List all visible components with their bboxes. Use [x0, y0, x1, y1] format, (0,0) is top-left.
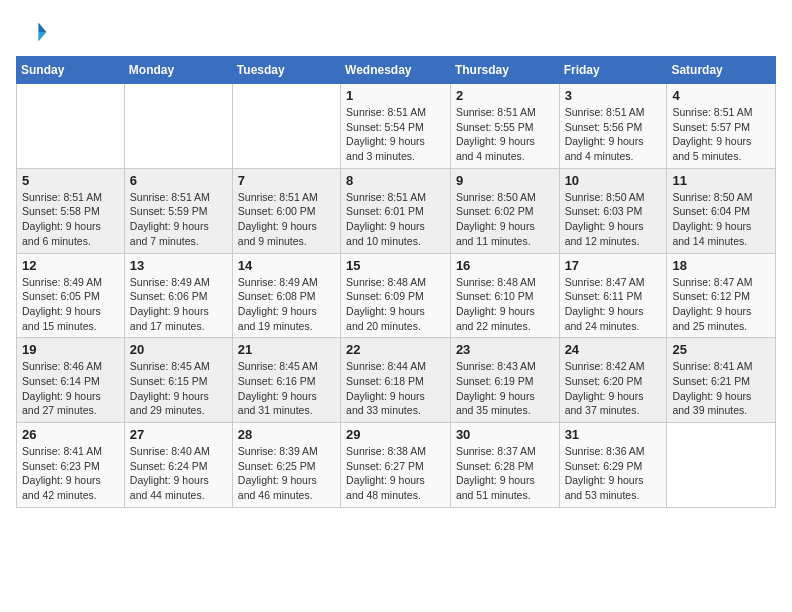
calendar-week-row: 26Sunrise: 8:41 AM Sunset: 6:23 PM Dayli…: [17, 423, 776, 508]
calendar-cell: 31Sunrise: 8:36 AM Sunset: 6:29 PM Dayli…: [559, 423, 667, 508]
day-number: 28: [238, 427, 335, 442]
day-number: 6: [130, 173, 227, 188]
day-number: 20: [130, 342, 227, 357]
day-info: Sunrise: 8:42 AM Sunset: 6:20 PM Dayligh…: [565, 359, 662, 418]
weekday-header: Wednesday: [341, 57, 451, 84]
day-info: Sunrise: 8:44 AM Sunset: 6:18 PM Dayligh…: [346, 359, 445, 418]
calendar-cell: 13Sunrise: 8:49 AM Sunset: 6:06 PM Dayli…: [124, 253, 232, 338]
calendar-cell: 19Sunrise: 8:46 AM Sunset: 6:14 PM Dayli…: [17, 338, 125, 423]
weekday-header: Friday: [559, 57, 667, 84]
calendar-week-row: 19Sunrise: 8:46 AM Sunset: 6:14 PM Dayli…: [17, 338, 776, 423]
calendar-week-row: 12Sunrise: 8:49 AM Sunset: 6:05 PM Dayli…: [17, 253, 776, 338]
calendar-cell: 24Sunrise: 8:42 AM Sunset: 6:20 PM Dayli…: [559, 338, 667, 423]
day-info: Sunrise: 8:48 AM Sunset: 6:09 PM Dayligh…: [346, 275, 445, 334]
day-number: 24: [565, 342, 662, 357]
calendar-cell: 6Sunrise: 8:51 AM Sunset: 5:59 PM Daylig…: [124, 168, 232, 253]
weekday-header: Tuesday: [232, 57, 340, 84]
day-number: 18: [672, 258, 770, 273]
day-number: 3: [565, 88, 662, 103]
calendar-cell: [667, 423, 776, 508]
day-info: Sunrise: 8:39 AM Sunset: 6:25 PM Dayligh…: [238, 444, 335, 503]
day-info: Sunrise: 8:51 AM Sunset: 5:54 PM Dayligh…: [346, 105, 445, 164]
calendar-cell: 4Sunrise: 8:51 AM Sunset: 5:57 PM Daylig…: [667, 84, 776, 169]
day-number: 15: [346, 258, 445, 273]
day-number: 19: [22, 342, 119, 357]
calendar-cell: 14Sunrise: 8:49 AM Sunset: 6:08 PM Dayli…: [232, 253, 340, 338]
calendar: SundayMondayTuesdayWednesdayThursdayFrid…: [16, 56, 776, 508]
page-header: [16, 16, 776, 48]
day-info: Sunrise: 8:46 AM Sunset: 6:14 PM Dayligh…: [22, 359, 119, 418]
logo-icon: [16, 16, 48, 48]
calendar-cell: 25Sunrise: 8:41 AM Sunset: 6:21 PM Dayli…: [667, 338, 776, 423]
day-number: 23: [456, 342, 554, 357]
day-info: Sunrise: 8:51 AM Sunset: 5:57 PM Dayligh…: [672, 105, 770, 164]
logo: [16, 16, 52, 48]
day-number: 30: [456, 427, 554, 442]
calendar-cell: 5Sunrise: 8:51 AM Sunset: 5:58 PM Daylig…: [17, 168, 125, 253]
calendar-cell: 27Sunrise: 8:40 AM Sunset: 6:24 PM Dayli…: [124, 423, 232, 508]
day-info: Sunrise: 8:49 AM Sunset: 6:08 PM Dayligh…: [238, 275, 335, 334]
weekday-header: Sunday: [17, 57, 125, 84]
svg-marker-0: [38, 22, 46, 32]
day-number: 17: [565, 258, 662, 273]
day-number: 7: [238, 173, 335, 188]
day-info: Sunrise: 8:41 AM Sunset: 6:21 PM Dayligh…: [672, 359, 770, 418]
day-info: Sunrise: 8:50 AM Sunset: 6:04 PM Dayligh…: [672, 190, 770, 249]
day-info: Sunrise: 8:45 AM Sunset: 6:15 PM Dayligh…: [130, 359, 227, 418]
calendar-cell: 30Sunrise: 8:37 AM Sunset: 6:28 PM Dayli…: [450, 423, 559, 508]
day-number: 27: [130, 427, 227, 442]
day-number: 12: [22, 258, 119, 273]
day-number: 25: [672, 342, 770, 357]
day-number: 13: [130, 258, 227, 273]
weekday-header: Thursday: [450, 57, 559, 84]
calendar-cell: 16Sunrise: 8:48 AM Sunset: 6:10 PM Dayli…: [450, 253, 559, 338]
calendar-cell: [17, 84, 125, 169]
day-number: 14: [238, 258, 335, 273]
calendar-cell: 1Sunrise: 8:51 AM Sunset: 5:54 PM Daylig…: [341, 84, 451, 169]
day-info: Sunrise: 8:47 AM Sunset: 6:12 PM Dayligh…: [672, 275, 770, 334]
day-info: Sunrise: 8:51 AM Sunset: 6:00 PM Dayligh…: [238, 190, 335, 249]
day-info: Sunrise: 8:51 AM Sunset: 6:01 PM Dayligh…: [346, 190, 445, 249]
calendar-cell: 9Sunrise: 8:50 AM Sunset: 6:02 PM Daylig…: [450, 168, 559, 253]
calendar-cell: 15Sunrise: 8:48 AM Sunset: 6:09 PM Dayli…: [341, 253, 451, 338]
calendar-cell: 18Sunrise: 8:47 AM Sunset: 6:12 PM Dayli…: [667, 253, 776, 338]
day-info: Sunrise: 8:36 AM Sunset: 6:29 PM Dayligh…: [565, 444, 662, 503]
weekday-header: Monday: [124, 57, 232, 84]
svg-marker-1: [38, 32, 46, 42]
calendar-cell: 17Sunrise: 8:47 AM Sunset: 6:11 PM Dayli…: [559, 253, 667, 338]
calendar-cell: 28Sunrise: 8:39 AM Sunset: 6:25 PM Dayli…: [232, 423, 340, 508]
day-info: Sunrise: 8:51 AM Sunset: 5:56 PM Dayligh…: [565, 105, 662, 164]
day-number: 11: [672, 173, 770, 188]
day-info: Sunrise: 8:49 AM Sunset: 6:05 PM Dayligh…: [22, 275, 119, 334]
day-number: 5: [22, 173, 119, 188]
day-info: Sunrise: 8:45 AM Sunset: 6:16 PM Dayligh…: [238, 359, 335, 418]
day-number: 1: [346, 88, 445, 103]
day-number: 26: [22, 427, 119, 442]
day-number: 8: [346, 173, 445, 188]
calendar-cell: 26Sunrise: 8:41 AM Sunset: 6:23 PM Dayli…: [17, 423, 125, 508]
calendar-header-row: SundayMondayTuesdayWednesdayThursdayFrid…: [17, 57, 776, 84]
day-number: 4: [672, 88, 770, 103]
calendar-week-row: 5Sunrise: 8:51 AM Sunset: 5:58 PM Daylig…: [17, 168, 776, 253]
calendar-cell: 29Sunrise: 8:38 AM Sunset: 6:27 PM Dayli…: [341, 423, 451, 508]
calendar-cell: 11Sunrise: 8:50 AM Sunset: 6:04 PM Dayli…: [667, 168, 776, 253]
day-info: Sunrise: 8:40 AM Sunset: 6:24 PM Dayligh…: [130, 444, 227, 503]
day-number: 9: [456, 173, 554, 188]
calendar-cell: 8Sunrise: 8:51 AM Sunset: 6:01 PM Daylig…: [341, 168, 451, 253]
calendar-cell: [232, 84, 340, 169]
calendar-cell: 3Sunrise: 8:51 AM Sunset: 5:56 PM Daylig…: [559, 84, 667, 169]
day-info: Sunrise: 8:47 AM Sunset: 6:11 PM Dayligh…: [565, 275, 662, 334]
calendar-cell: 21Sunrise: 8:45 AM Sunset: 6:16 PM Dayli…: [232, 338, 340, 423]
day-number: 31: [565, 427, 662, 442]
day-info: Sunrise: 8:51 AM Sunset: 5:59 PM Dayligh…: [130, 190, 227, 249]
day-info: Sunrise: 8:48 AM Sunset: 6:10 PM Dayligh…: [456, 275, 554, 334]
day-number: 29: [346, 427, 445, 442]
calendar-week-row: 1Sunrise: 8:51 AM Sunset: 5:54 PM Daylig…: [17, 84, 776, 169]
day-info: Sunrise: 8:50 AM Sunset: 6:03 PM Dayligh…: [565, 190, 662, 249]
day-info: Sunrise: 8:50 AM Sunset: 6:02 PM Dayligh…: [456, 190, 554, 249]
day-info: Sunrise: 8:51 AM Sunset: 5:55 PM Dayligh…: [456, 105, 554, 164]
day-info: Sunrise: 8:38 AM Sunset: 6:27 PM Dayligh…: [346, 444, 445, 503]
day-info: Sunrise: 8:49 AM Sunset: 6:06 PM Dayligh…: [130, 275, 227, 334]
weekday-header: Saturday: [667, 57, 776, 84]
calendar-cell: 7Sunrise: 8:51 AM Sunset: 6:00 PM Daylig…: [232, 168, 340, 253]
